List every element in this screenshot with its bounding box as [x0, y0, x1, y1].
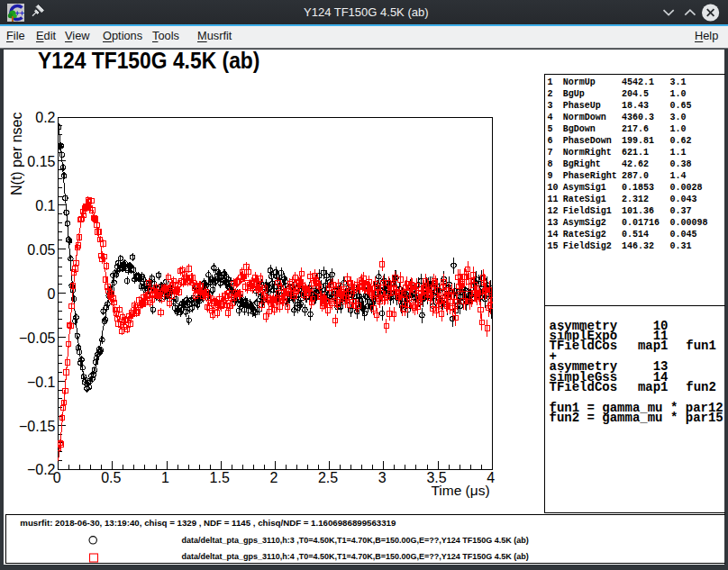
svg-text:2: 2 [269, 470, 278, 485]
svg-text:N(t) per nsec: N(t) per nsec [9, 113, 24, 195]
svg-text:146.32: 146.32 [622, 241, 654, 251]
svg-text:map1: map1 [638, 339, 669, 353]
svg-text:101.36: 101.36 [622, 206, 654, 216]
svg-text:2.5: 2.5 [318, 470, 338, 485]
svg-text:199.81: 199.81 [622, 136, 654, 146]
svg-text:5: 5 [548, 124, 553, 134]
svg-text:PhaseUp: PhaseUp [563, 101, 601, 111]
svg-text:18.43: 18.43 [622, 101, 649, 111]
svg-text:0.37: 0.37 [670, 206, 692, 216]
svg-text:2: 2 [548, 89, 553, 99]
svg-text:FieldSig1: FieldSig1 [563, 206, 612, 216]
svg-text:0.62: 0.62 [670, 136, 692, 146]
svg-text:287.0: 287.0 [622, 171, 649, 181]
svg-text:BgDown: BgDown [563, 124, 596, 134]
svg-text:0: 0 [48, 286, 56, 302]
svg-text:8: 8 [548, 159, 553, 169]
svg-text:fun2 = gamma_mu * par15: fun2 = gamma_mu * par15 [550, 411, 723, 425]
svg-text:BgUp: BgUp [563, 89, 585, 99]
svg-text:4: 4 [548, 113, 553, 122]
svg-text:1.0: 1.0 [670, 89, 687, 99]
svg-text:0.514: 0.514 [622, 230, 649, 240]
svg-text:0.1: 0.1 [35, 198, 55, 213]
svg-text:1.5: 1.5 [210, 470, 230, 485]
svg-text:musrfit: 2018-06-30, 13:19:40,: musrfit: 2018-06-30, 13:19:40, chisq = 1… [20, 518, 396, 528]
svg-text:NormUp: NormUp [563, 77, 596, 87]
svg-text:2.312: 2.312 [622, 195, 649, 204]
svg-text:217.6: 217.6 [622, 124, 649, 134]
svg-text:0.1853: 0.1853 [622, 183, 654, 193]
svg-text:−0.05: −0.05 [19, 330, 56, 346]
svg-text:0.65: 0.65 [670, 101, 692, 111]
svg-text:data/deltat_pta_gps_3110,h:4 ,: data/deltat_pta_gps_3110,h:4 ,T0=4.50K,T… [182, 552, 529, 561]
svg-text:4542.1: 4542.1 [622, 77, 654, 87]
svg-text:14: 14 [548, 230, 559, 240]
svg-text:9: 9 [548, 171, 553, 181]
svg-text:RateSig1: RateSig1 [563, 195, 606, 204]
svg-text:204.5: 204.5 [622, 89, 649, 99]
svg-text:1.0: 1.0 [670, 124, 687, 134]
svg-text:10: 10 [548, 183, 559, 193]
svg-text:data/deltat_pta_gps_3110,h:3 ,: data/deltat_pta_gps_3110,h:3 ,T0=4.50K,T… [182, 536, 529, 545]
svg-text:3: 3 [378, 470, 387, 485]
svg-text:4360.3: 4360.3 [622, 113, 654, 122]
svg-text:FieldSig2: FieldSig2 [563, 241, 612, 251]
svg-text:12: 12 [548, 206, 559, 216]
svg-text:0.05: 0.05 [27, 242, 55, 258]
svg-text:0.15: 0.15 [27, 154, 55, 169]
svg-text:6: 6 [548, 136, 553, 146]
svg-text:map1: map1 [638, 380, 669, 394]
svg-text:3.0: 3.0 [670, 113, 687, 122]
svg-text:0.38: 0.38 [670, 159, 692, 169]
svg-text:1: 1 [161, 470, 169, 485]
svg-text:−0.15: −0.15 [19, 419, 56, 434]
svg-text:NormRight: NormRight [563, 148, 612, 158]
svg-text:0.043: 0.043 [670, 195, 697, 204]
svg-text:3: 3 [548, 101, 553, 111]
svg-text:0.0028: 0.0028 [670, 183, 703, 193]
svg-text:0.01716: 0.01716 [622, 218, 660, 228]
svg-text:NormDown: NormDown [563, 113, 606, 122]
svg-text:1.1: 1.1 [670, 148, 687, 158]
svg-text:fun1: fun1 [686, 339, 716, 353]
svg-text:11: 11 [548, 195, 559, 204]
svg-text:7: 7 [548, 148, 553, 158]
svg-text:0.5: 0.5 [101, 470, 121, 485]
svg-text:0.00098: 0.00098 [670, 218, 708, 228]
svg-text:fun2: fun2 [686, 380, 716, 394]
svg-text:13: 13 [548, 218, 559, 228]
svg-text:PhaseDown: PhaseDown [563, 136, 612, 146]
svg-text:15: 15 [548, 241, 559, 251]
svg-text:0.31: 0.31 [670, 241, 692, 251]
svg-text:AsymSig2: AsymSig2 [563, 218, 606, 228]
svg-text:BgRight: BgRight [563, 159, 601, 169]
svg-text:TFieldCos: TFieldCos [550, 380, 618, 394]
svg-text:−0.1: −0.1 [27, 375, 56, 390]
svg-text:621.1: 621.1 [622, 148, 649, 158]
svg-text:RateSig2: RateSig2 [563, 230, 606, 240]
svg-text:−0.2: −0.2 [27, 462, 56, 477]
svg-text:Time (μs): Time (μs) [431, 483, 489, 498]
svg-text:3.1: 3.1 [670, 77, 687, 87]
svg-text:1.4: 1.4 [670, 171, 687, 181]
svg-text:42.62: 42.62 [622, 159, 649, 169]
svg-text:AsymSig1: AsymSig1 [563, 183, 606, 193]
svg-text:1: 1 [548, 77, 553, 87]
svg-text:0.2: 0.2 [35, 110, 55, 125]
svg-text:PhaseRight: PhaseRight [563, 171, 617, 181]
svg-text:TFieldCos: TFieldCos [550, 339, 618, 353]
svg-text:0.045: 0.045 [670, 230, 697, 240]
